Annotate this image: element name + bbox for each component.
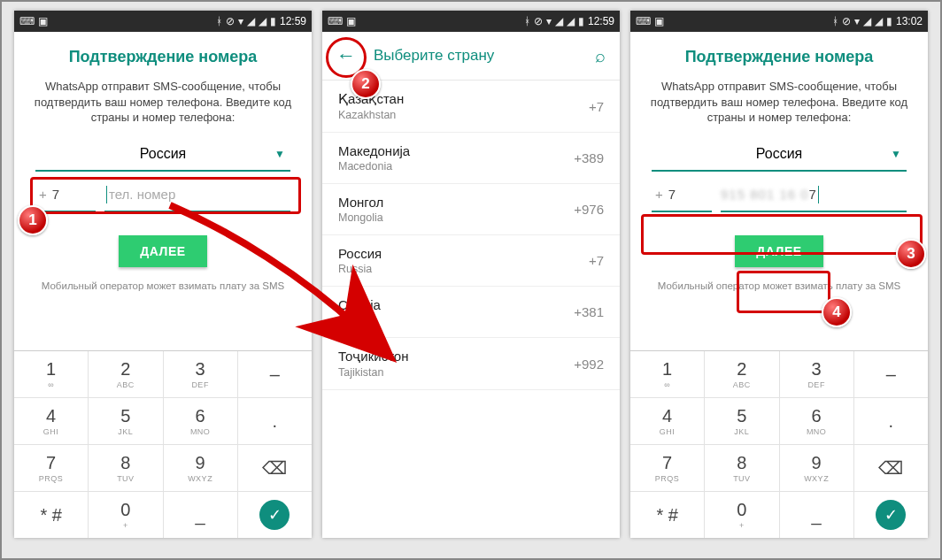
keypad-key[interactable]: 7PRQS <box>630 445 705 492</box>
keypad-key[interactable]: 5JKL <box>705 398 779 445</box>
phone-placeholder: тел. номер <box>109 187 175 202</box>
keypad-key[interactable]: 6MNO <box>780 398 854 445</box>
search-icon: ⌕ <box>595 46 606 65</box>
keypad-enter[interactable]: ✓ <box>854 492 928 538</box>
wifi-icon: ▾ <box>546 15 552 27</box>
plus-prefix: + <box>655 187 663 202</box>
country-list-item[interactable]: РоссияRussia+7 <box>322 235 620 287</box>
country-dial-code: +389 <box>574 150 604 165</box>
country-list-item[interactable]: МакедонијаMacedonia+389 <box>322 133 620 184</box>
country-english-name: Serbia <box>338 314 381 326</box>
keypad-key[interactable]: 4GHI <box>14 398 89 445</box>
keypad-key-digit: 5 <box>120 406 130 426</box>
keypad-key-digit: 3 <box>812 359 822 380</box>
keypad-key[interactable]: 9WXYZ <box>164 445 238 492</box>
keyboard-icon: ⌨ <box>636 15 651 27</box>
keypad-key-letters: DEF <box>807 380 825 389</box>
keypad-key-letters: GHI <box>660 427 676 436</box>
signal-icon: ◢ <box>555 15 563 27</box>
keypad-key-digit: 8 <box>120 453 130 473</box>
clock: 12:59 <box>280 15 306 27</box>
country-code-input[interactable]: + 7 <box>652 179 712 212</box>
country-english-name: Macedonia <box>338 160 410 173</box>
keypad-key[interactable]: 2ABC <box>705 351 779 398</box>
screenshot-icon: ▣ <box>346 15 356 27</box>
phone-number-tail: 7 <box>809 187 816 202</box>
keypad-key-digit: 6 <box>812 406 822 426</box>
keypad-enter[interactable]: ✓ <box>238 492 312 538</box>
annotation-badge-1: 1 <box>18 205 48 235</box>
page-title: Подтверждение номера <box>14 32 312 79</box>
keypad-key-digit: ⌫ <box>878 457 903 479</box>
country-dial-code: +976 <box>574 202 604 217</box>
signal-icon: ◢ <box>875 15 883 27</box>
keypad-key-letters: ABC <box>733 380 751 389</box>
country-list-item[interactable]: СрбијаSerbia+381 <box>322 287 620 338</box>
keypad-key[interactable]: * # <box>630 492 705 538</box>
keypad-key-letters: PRQS <box>39 474 64 483</box>
keypad-key[interactable]: . <box>238 398 312 445</box>
keypad-key[interactable]: 8TUV <box>89 445 163 492</box>
keypad-key[interactable]: 1∞ <box>630 351 705 398</box>
keypad-key-digit: 1 <box>46 359 56 380</box>
keypad-key[interactable]: 1∞ <box>14 351 89 398</box>
keypad-key[interactable]: 3DEF <box>780 351 854 398</box>
keypad-key[interactable]: 0+ <box>705 492 779 538</box>
battery-icon: ▮ <box>270 15 276 27</box>
bluetooth-icon: ᚼ <box>524 15 530 27</box>
country-selector[interactable]: Россия ▼ <box>35 138 290 172</box>
country-selector[interactable]: Россия ▼ <box>652 138 907 172</box>
country-list-item[interactable]: ТоҷикистонTajikistan+992 <box>322 338 620 390</box>
bluetooth-icon: ᚼ <box>216 15 222 27</box>
keypad-key[interactable]: 4GHI <box>630 398 705 445</box>
keypad-key[interactable]: 2ABC <box>89 351 163 398</box>
country-native-name: Македонија <box>338 143 410 158</box>
dnd-icon: ⊘ <box>226 15 235 27</box>
keypad-key-letters: JKL <box>734 427 749 436</box>
country-dial-code: +7 <box>589 99 604 114</box>
next-button-label: ДАЛЕЕ <box>756 244 801 258</box>
status-bar: ⌨ ▣ ᚼ ⊘ ▾ ◢ ◢ ▮ 12:59 <box>322 11 620 32</box>
next-button[interactable]: ДАЛЕЕ <box>735 235 822 267</box>
keypad-key[interactable]: _ <box>780 492 854 538</box>
country-code-input[interactable]: + 7 <box>35 179 96 212</box>
country-dial-code: +7 <box>589 253 604 268</box>
keypad-key-digit: 0 <box>120 500 130 520</box>
page-title: Подтверждение номера <box>630 32 928 79</box>
phone-number-input[interactable]: 915 801 16 07 <box>721 179 907 212</box>
keypad-key[interactable]: _ <box>164 492 238 538</box>
keypad-key[interactable]: 0+ <box>89 492 163 538</box>
next-button[interactable]: ДАЛЕЕ <box>119 235 206 267</box>
country-list-item[interactable]: МонголMongolia+976 <box>322 184 620 235</box>
keypad-key[interactable]: ⌫ <box>238 445 312 492</box>
keypad-key[interactable]: 3DEF <box>164 351 238 398</box>
keypad-key-digit: * # <box>656 505 677 525</box>
keypad-key-digit: 8 <box>737 453 746 473</box>
search-button[interactable]: ⌕ <box>595 46 611 66</box>
keypad-key-digit: – <box>270 364 280 385</box>
keypad-key[interactable]: – <box>238 351 312 398</box>
battery-icon: ▮ <box>886 15 892 27</box>
keypad-key[interactable]: ⌫ <box>854 445 928 492</box>
keypad-key[interactable]: 6MNO <box>164 398 238 445</box>
keypad-key[interactable]: – <box>854 351 928 398</box>
phone-number-hidden: 915 801 16 0 <box>721 187 809 202</box>
keypad-key[interactable]: 5JKL <box>89 398 163 445</box>
keypad-key-letters: PRQS <box>655 474 680 483</box>
keypad-key[interactable]: 8TUV <box>705 445 779 492</box>
check-icon: ✓ <box>876 500 906 530</box>
country-english-name: Russia <box>338 263 382 275</box>
phone-number-input[interactable]: тел. номер <box>104 179 290 212</box>
keypad-key-letters: ∞ <box>48 380 54 389</box>
keypad-key[interactable]: . <box>854 398 928 445</box>
chevron-down-icon: ▼ <box>274 148 285 160</box>
country-list[interactable]: ҚазақстанKazakhstan+7МакедонијаMacedonia… <box>322 81 620 538</box>
clock: 12:59 <box>588 15 614 27</box>
keypad-key[interactable]: 7PRQS <box>14 445 89 492</box>
keypad-key-letters: WXYZ <box>188 474 212 483</box>
keypad-key[interactable]: 9WXYZ <box>780 445 854 492</box>
keypad-key[interactable]: * # <box>14 492 89 538</box>
signal-icon: ◢ <box>259 15 266 27</box>
back-button[interactable]: ← <box>331 41 361 71</box>
keypad-key-letters: DEF <box>191 380 209 389</box>
